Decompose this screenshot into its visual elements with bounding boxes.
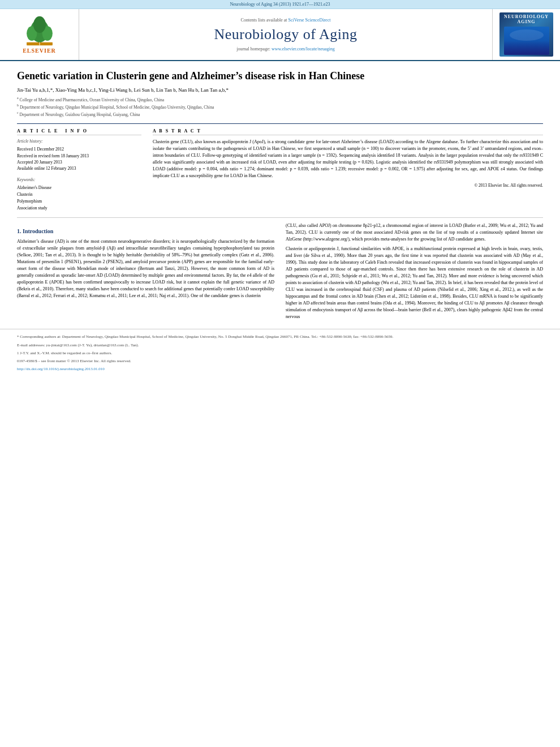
article-info-label: A R T I C L E I N F O [17,128,141,135]
abstract-text: Clusterin gene (CLU), also known as apol… [153,139,543,179]
publisher-logo-area: ELSEVIER [0,9,79,60]
article-content: Genetic variation in Clusterin gene and … [0,61,560,329]
history-label: Article history: [17,139,141,144]
keywords-label: Keywords: [17,177,141,182]
article-footer: * Corresponding authors at: Department o… [0,329,560,379]
affiliations: a College of Medicine and Pharmaceutics,… [17,96,543,118]
elsevier-tree-icon [20,15,59,46]
journal-header: ELSEVIER Contents lists available at Sci… [0,9,560,61]
cover-line2: AGING [517,19,535,24]
affiliation-c: c Department of Neurology, Guizhou Guiya… [17,110,543,118]
body-col-right: (CLU, also called APOJ) on chromosome 8p… [286,222,543,323]
abstract-label: A B S T R A C T [153,128,543,135]
revised-date: Received in revised form 18 January 2013 [17,153,141,159]
body-section: 1. Introduction Alzheimer’s disease (AD)… [17,222,543,323]
keyword-1: Alzheimer's Disease [17,184,141,191]
homepage-prefix: journal homepage: [236,46,272,51]
cover-line1: NEUROBIOLOGY [504,14,549,19]
article-history: Article history: Received 1 December 201… [17,139,141,171]
journal-homepage: journal homepage: www.elsevier.com/locat… [236,46,335,51]
contents-prefix: Contents lists available at [241,18,288,23]
journal-bar: Neurobiology of Aging 34 (2013) 1921.e17… [0,0,560,9]
authors: Jin-Tai Yu a,b,1,*, Xiao-Ying Ma b,c,1, … [17,87,229,93]
elsevier-label: ELSEVIER [23,48,56,54]
keyword-3: Polymorphism [17,198,141,205]
elsevier-logo: ELSEVIER [20,15,59,54]
affiliation-a: a College of Medicine and Pharmaceutics,… [17,96,543,103]
accepted-date: Accepted 20 January 2013 [17,159,141,165]
keywords-section: Keywords: Alzheimer's Disease Clusterin … [17,177,141,212]
footer-email: E-mail addresses: yu-jintai@163.com (J-T… [17,342,543,349]
keyword-2: Clusterin [17,191,141,198]
journal-cover-area: NEUROBIOLOGY AGING [492,9,560,60]
intro-p1: Alzheimer’s disease (AD) is one of the m… [17,238,274,299]
contents-line: Contents lists available at SciVerse Sci… [241,18,331,23]
sciverse-link[interactable]: SciVerse ScienceDirect [288,18,331,23]
footer-corresponding: * Corresponding authors at: Department o… [17,334,543,340]
journal-title: Neurobiology of Aging [214,26,357,43]
footer-doi[interactable]: http://dx.doi.org/10.1016/j.neurobiolagi… [17,366,543,372]
footer-cofirst: 1 J-T.Y. and X.-Y.M. should be regarded … [17,350,543,357]
available-date: Available online 12 February 2013 [17,165,141,171]
info-abstract-section: A R T I C L E I N F O Article history: R… [17,128,543,212]
journal-cover-image: NEUROBIOLOGY AGING [499,12,553,57]
svg-point-4 [33,16,46,33]
article-info-column: A R T I C L E I N F O Article history: R… [17,128,141,212]
intro-heading: 1. Introduction [17,227,274,235]
body-col-left: 1. Introduction Alzheimer’s disease (AD)… [17,222,274,323]
abstract-divider [17,217,543,218]
footer-issn: 0197-4580/$ – see front matter © 2013 El… [17,358,543,364]
journal-citation: Neurobiology of Aging 34 (2013) 1921.e17… [230,2,330,7]
title-divider [17,123,543,124]
doi-link[interactable]: http://dx.doi.org/10.1016/j.neurobiolagi… [17,367,105,371]
intro-col2-p2: Clusterin or apolipoprotein J, functiona… [286,246,543,320]
journal-title-area: Contents lists available at SciVerse Sci… [79,9,492,60]
abstract-column: A B S T R A C T Clusterin gene (CLU), al… [153,128,543,212]
intro-col2-p1: (CLU, also called APOJ) on chromosome 8p… [286,222,543,243]
copyright-notice: © 2013 Elsevier Inc. All rights reserved… [153,183,543,188]
homepage-link[interactable]: www.elsevier.com/locate/neuaging [272,46,335,51]
authors-line: Jin-Tai Yu a,b,1,*, Xiao-Ying Ma b,c,1, … [17,87,543,93]
keyword-4: Association study [17,205,141,212]
article-title: Genetic variation in Clusterin gene and … [17,70,543,83]
affiliation-b: b Department of Neurology, Qingdao Munic… [17,103,543,110]
received-date: Received 1 December 2012 [17,146,141,152]
